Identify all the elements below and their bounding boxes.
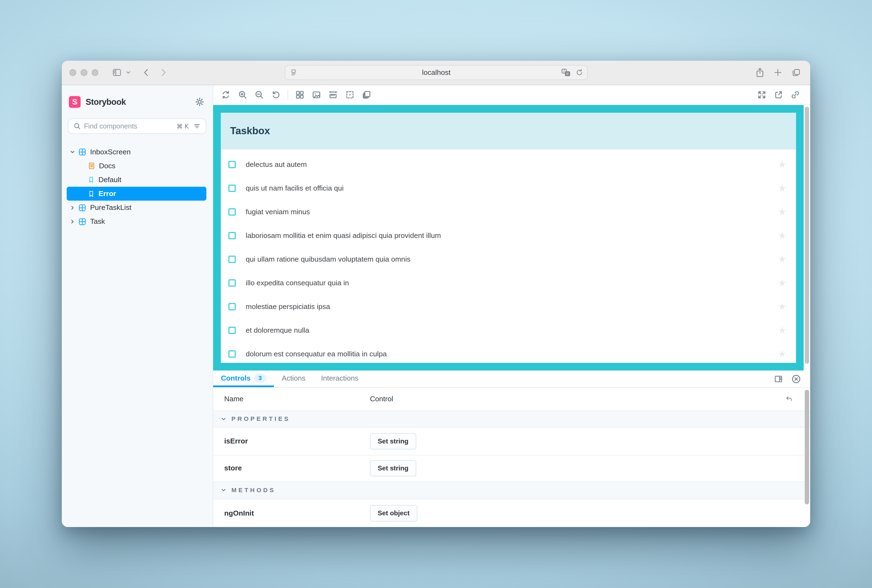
- star-icon[interactable]: ★: [778, 207, 786, 217]
- set-object-button[interactable]: Set object: [370, 505, 417, 522]
- task-checkbox[interactable]: [228, 303, 236, 310]
- component-icon: [78, 218, 86, 226]
- star-icon[interactable]: ★: [778, 255, 786, 264]
- task-title: molestiae perspiciatis ipsa: [246, 303, 330, 311]
- panel-scrollbar[interactable]: [805, 390, 809, 504]
- task-row: et doloremque nulla★: [221, 318, 796, 342]
- star-icon[interactable]: ★: [778, 278, 786, 288]
- chevron-down-icon: [70, 150, 75, 154]
- task-list: delectus aut autem★ quis ut nam facilis …: [221, 150, 796, 366]
- measure-icon[interactable]: [325, 87, 341, 103]
- share-icon[interactable]: [755, 68, 765, 78]
- viewport-icon[interactable]: [358, 87, 375, 103]
- background-icon[interactable]: [308, 87, 325, 103]
- prop-name: isError: [213, 437, 370, 446]
- gear-icon[interactable]: [195, 98, 204, 106]
- reset-controls-icon[interactable]: [785, 395, 794, 403]
- close-panel-icon[interactable]: [791, 374, 801, 384]
- set-string-button[interactable]: Set string: [370, 460, 416, 477]
- taskbox-title: Taskbox: [230, 125, 270, 136]
- controls-table-header: Name Control: [213, 388, 810, 411]
- tree-label: Task: [90, 217, 105, 226]
- task-checkbox[interactable]: [228, 350, 236, 358]
- close-window-button[interactable]: [69, 69, 76, 76]
- filter-icon[interactable]: [193, 123, 201, 130]
- new-tab-icon[interactable]: [773, 68, 782, 77]
- task-title: delectus aut autem: [246, 160, 307, 169]
- sidebar-item-puretasklist[interactable]: PureTaskList: [62, 201, 213, 214]
- task-row: molestiae perspiciatis ipsa★: [221, 295, 796, 318]
- tree-label: Error: [99, 189, 116, 198]
- component-icon: [78, 148, 86, 156]
- preview-scrollbar[interactable]: [805, 107, 809, 364]
- task-title: illo expedita consequatur quia in: [246, 279, 349, 287]
- taskbox-app: Taskbox delectus aut autem★ quis ut nam …: [213, 105, 804, 370]
- browser-toolbar: localhost A文: [62, 61, 810, 85]
- docs-icon: [88, 162, 95, 170]
- link-icon[interactable]: [787, 87, 803, 103]
- task-checkbox[interactable]: [228, 279, 236, 286]
- task-title: fugiat veniam minus: [246, 208, 310, 216]
- address-bar[interactable]: localhost A文: [285, 65, 588, 80]
- task-row: dolorum est consequatur ea mollitia in c…: [221, 342, 796, 366]
- star-icon[interactable]: ★: [778, 302, 786, 311]
- tab-overview-icon[interactable]: [791, 68, 801, 77]
- tab-controls[interactable]: Controls 3: [213, 371, 274, 387]
- chevron-down-icon[interactable]: [126, 70, 131, 75]
- fullscreen-icon[interactable]: [753, 87, 770, 103]
- sidebar-item-task[interactable]: Task: [62, 214, 213, 228]
- tab-actions[interactable]: Actions: [274, 371, 313, 387]
- forward-button[interactable]: [160, 68, 167, 77]
- star-icon[interactable]: ★: [778, 349, 786, 359]
- traffic-lights: [69, 69, 98, 76]
- star-icon[interactable]: ★: [778, 160, 786, 170]
- back-button[interactable]: [143, 68, 150, 77]
- task-title: quis ut nam facilis et officia qui: [246, 184, 344, 192]
- prop-name: ngOnInit: [213, 509, 370, 518]
- page-settings-icon[interactable]: [290, 69, 297, 76]
- sidebar-item-error[interactable]: Error: [67, 187, 206, 201]
- set-string-button[interactable]: Set string: [370, 433, 416, 450]
- reload-icon[interactable]: [576, 69, 584, 76]
- star-icon[interactable]: ★: [778, 183, 786, 193]
- panel-position-icon[interactable]: [774, 375, 783, 383]
- task-checkbox[interactable]: [228, 327, 236, 334]
- task-checkbox[interactable]: [228, 184, 236, 192]
- chevron-right-icon: [70, 205, 75, 210]
- tree-label: Docs: [99, 162, 116, 170]
- task-checkbox[interactable]: [228, 232, 236, 239]
- star-icon[interactable]: ★: [778, 231, 786, 240]
- section-methods[interactable]: METHODS: [213, 482, 810, 499]
- bookmark-icon: [88, 190, 95, 198]
- zoom-in-icon[interactable]: [234, 87, 251, 103]
- task-checkbox[interactable]: [228, 208, 236, 216]
- task-row: qui ullam ratione quibusdam voluptatem q…: [221, 248, 796, 271]
- sidebar-item-default[interactable]: Default: [62, 173, 213, 187]
- translate-icon[interactable]: A文: [561, 68, 570, 77]
- star-icon[interactable]: ★: [778, 326, 786, 335]
- remount-icon[interactable]: [218, 87, 234, 103]
- storybook-sidebar: S Storybook ⌘ K: [62, 85, 213, 527]
- grid-icon[interactable]: [291, 87, 308, 103]
- sidebar-toggle-icon[interactable]: [112, 68, 122, 77]
- outline-icon[interactable]: [341, 87, 358, 103]
- zoom-window-button[interactable]: [92, 69, 99, 76]
- prop-name: store: [213, 464, 370, 472]
- search-icon: [74, 123, 81, 130]
- sidebar-item-inboxscreen[interactable]: InboxScreen: [62, 145, 213, 159]
- section-properties[interactable]: PROPERTIES: [213, 411, 810, 428]
- brand-name: Storybook: [86, 97, 126, 107]
- tab-interactions[interactable]: Interactions: [313, 371, 366, 387]
- name-column-header: Name: [213, 395, 370, 403]
- task-checkbox[interactable]: [228, 256, 236, 263]
- search-input[interactable]: [84, 122, 174, 130]
- sidebar-item-docs[interactable]: Docs: [62, 159, 213, 173]
- open-external-icon[interactable]: [770, 87, 787, 103]
- bookmark-icon: [88, 176, 95, 184]
- zoom-reset-icon[interactable]: [268, 87, 284, 103]
- minimize-window-button[interactable]: [81, 69, 87, 76]
- task-checkbox[interactable]: [228, 161, 236, 168]
- browser-window: localhost A文: [62, 61, 810, 527]
- taskbox-header: Taskbox: [221, 113, 796, 150]
- zoom-out-icon[interactable]: [251, 87, 267, 103]
